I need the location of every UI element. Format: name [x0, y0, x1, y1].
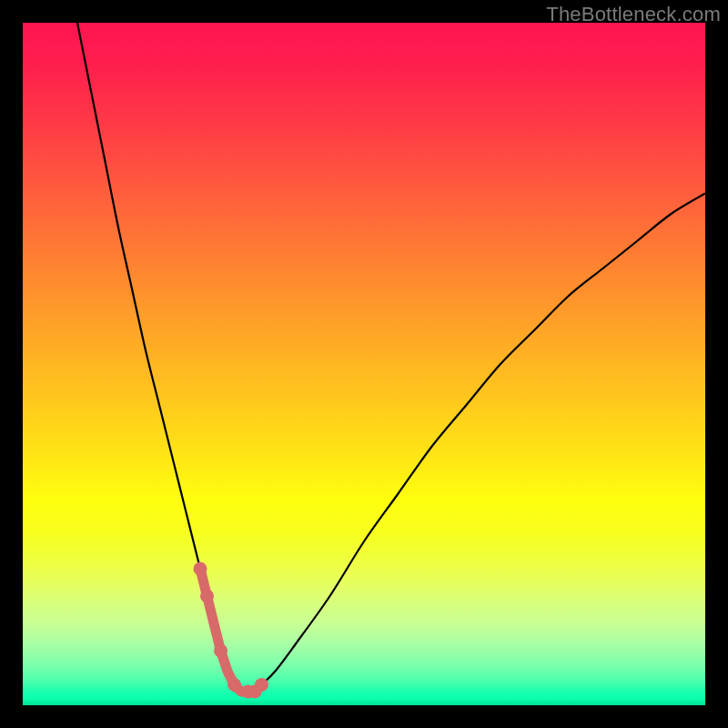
watermark-text: TheBottleneck.com	[546, 3, 721, 26]
chart-frame: TheBottleneck.com	[0, 0, 728, 728]
bottleneck-curve-path	[77, 23, 705, 693]
highlight-dot	[228, 678, 241, 692]
plot-area	[23, 23, 705, 705]
highlight-dot	[255, 678, 268, 692]
highlight-dot	[194, 562, 207, 576]
highlight-dot	[200, 590, 214, 603]
highlight-dot	[214, 644, 228, 658]
bottleneck-curve-highlight	[200, 569, 262, 692]
bottleneck-curve-svg	[23, 23, 705, 705]
